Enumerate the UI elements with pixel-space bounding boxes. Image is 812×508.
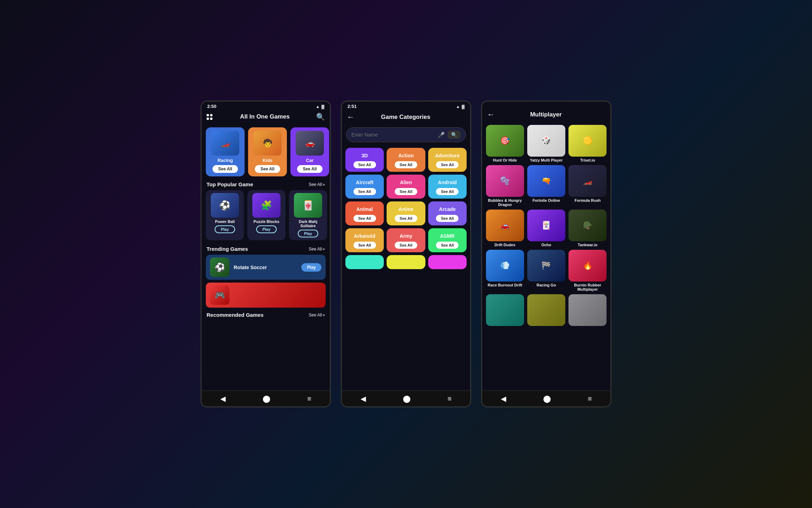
screen2-nav: ← Game Categories	[342, 110, 470, 125]
cat-partial-3[interactable]	[428, 255, 467, 269]
powerball-play-btn[interactable]: Play	[215, 225, 235, 233]
cat-asmr-see-all[interactable]: See All	[436, 242, 459, 249]
cat-android-label: Android	[438, 180, 457, 185]
trending-row: ⚽ Rotate Soccer Play 🎮	[202, 253, 330, 310]
status-bar-1: 2:50 ▲ ▓	[202, 102, 330, 110]
s1-kids-see-all[interactable]: See All	[255, 165, 280, 173]
soccer-play-btn[interactable]: Play	[301, 263, 321, 272]
popular-powerball[interactable]: ⚽ Power Ball Play	[206, 190, 244, 240]
mahjong-play-btn[interactable]: Play	[298, 230, 319, 237]
menu-icon-3[interactable]: ≡	[588, 395, 592, 403]
cat-android[interactable]: Android See All	[428, 175, 467, 199]
s3-race-burnout[interactable]: 💨 Race Burnout Drift	[486, 250, 524, 291]
cat-adventure[interactable]: Adventure See All	[428, 148, 467, 172]
popular-puzzle[interactable]: 🧩 Puzzle Blocks Play	[247, 190, 285, 240]
s1-kids-img: 🧒	[253, 131, 282, 156]
cat-aircraft-see-all[interactable]: See All	[353, 188, 376, 195]
screen1-content: 🏎️ Racing See All 🧒 Kids See All 🚗	[202, 124, 330, 391]
puzzle-play-btn[interactable]: Play	[256, 225, 277, 233]
back-icon-2[interactable]: ◀	[361, 394, 366, 403]
s3-racing-go[interactable]: 🏁 Racing Go	[527, 250, 565, 291]
tankwar-img: 🪖	[568, 210, 607, 241]
yatzy-img: 🎲	[527, 125, 565, 157]
screen2-title: Game Categories	[355, 114, 457, 121]
s3-tankwar[interactable]: 🪖 Tankwar.io	[568, 210, 607, 247]
s3-formula[interactable]: 🏎️ Formula Rush	[568, 165, 607, 207]
s3-partial-3[interactable]	[568, 294, 607, 326]
s1-car-img: 🚗	[296, 131, 324, 156]
trending-title: Trending Games	[207, 246, 248, 252]
yatzy-name: Yatzy Multi Player	[530, 158, 563, 162]
s3-burnin-rubber[interactable]: 🔥 Burnin Rubber Multiplayer	[568, 250, 607, 291]
home-icon-1[interactable]: ⬤	[263, 394, 270, 403]
home-icon-2[interactable]: ⬤	[403, 394, 411, 403]
s1-cat-kids[interactable]: 🧒 Kids See All	[248, 127, 287, 176]
popular-mahjong[interactable]: 🀄 Dark Mahj Solitaire Play	[289, 190, 327, 240]
powerball-img: ⚽	[211, 193, 239, 218]
categories-grid: 3D See All Action See All Adventure See …	[342, 145, 470, 272]
cat-adventure-see-all[interactable]: See All	[436, 161, 459, 168]
trending-see-all[interactable]: See All »	[309, 247, 325, 252]
bottom-nav-3: ◀ ⬤ ≡	[482, 391, 610, 406]
back-btn-3[interactable]: ←	[487, 110, 495, 119]
cat-arkanoid-see-all[interactable]: See All	[353, 242, 376, 249]
cat-android-see-all[interactable]: See All	[436, 188, 459, 195]
cat-asmr[interactable]: ASMR See All	[428, 228, 467, 252]
s1-car-see-all[interactable]: See All	[297, 165, 322, 173]
s3-triset[interactable]: 🟡 Triset.io	[568, 125, 607, 162]
status-bar-2: 2:51 ▲ ▓	[342, 102, 470, 110]
cat-arkanoid[interactable]: Arkanoid See All	[345, 228, 384, 252]
cat-aircraft[interactable]: Aircraft See All	[345, 175, 384, 199]
cat-arcade[interactable]: Arcade See All	[428, 201, 467, 225]
recommended-see-all[interactable]: See All »	[309, 313, 325, 318]
s3-yatzy[interactable]: 🎲 Yatzy Multi Player	[527, 125, 565, 162]
formula-img: 🏎️	[568, 165, 607, 197]
fortnite-img: 🔫	[527, 165, 565, 197]
cat-army[interactable]: Army See All	[387, 228, 425, 252]
menu-icon-1[interactable]: ≡	[307, 395, 312, 403]
cat-3d-see-all[interactable]: See All	[353, 161, 376, 168]
cat-animal-see-all[interactable]: See All	[353, 215, 376, 222]
wifi-icon: ▲	[316, 104, 320, 109]
cat-anime-see-all[interactable]: See All	[395, 215, 417, 222]
search-icon-1[interactable]: 🔍	[316, 113, 325, 121]
back-icon-3[interactable]: ◀	[501, 394, 506, 403]
home-icon-3[interactable]: ⬤	[543, 394, 551, 403]
cat-partial-2[interactable]	[387, 255, 425, 269]
s3-fortnite[interactable]: 🔫 Fortnite Online	[527, 165, 565, 207]
cat-3d[interactable]: 3D See All	[345, 148, 384, 172]
cat-animal[interactable]: Animal See All	[345, 201, 384, 225]
status-icons-2: ▲ ▓	[456, 104, 465, 109]
back-btn-2[interactable]: ←	[347, 113, 355, 122]
s3-drift[interactable]: 🚗 Drift Dudes	[486, 210, 524, 247]
puzzle-img: 🧩	[252, 193, 281, 218]
menu-icon-2[interactable]: ≡	[448, 395, 452, 403]
menu-icon[interactable]	[207, 114, 214, 120]
search-go-btn[interactable]: 🔍	[448, 131, 461, 139]
s3-partial-1[interactable]	[486, 294, 524, 326]
cat-action-see-all[interactable]: See All	[395, 161, 417, 168]
s3-ocho[interactable]: 🃏 Ocho	[527, 210, 565, 247]
trending-soccer[interactable]: ⚽ Rotate Soccer Play	[206, 255, 326, 280]
mahjong-img: 🀄	[294, 193, 322, 218]
s1-cat-car[interactable]: 🚗 Car See All	[290, 127, 329, 176]
mic-icon[interactable]: 🎤	[438, 132, 445, 138]
s1-cat-racing[interactable]: 🏎️ Racing See All	[206, 127, 245, 176]
s3-bubbles[interactable]: 🫧 Bubbles & Hungry Dragon	[486, 165, 524, 207]
cat-arcade-see-all[interactable]: See All	[436, 215, 459, 222]
s3-hunt-or-hide[interactable]: 🎯 Hunt Or Hide	[486, 125, 524, 162]
cat-army-see-all[interactable]: See All	[395, 242, 417, 249]
search-input[interactable]	[351, 132, 435, 138]
cat-alien[interactable]: Alien See All	[387, 175, 425, 199]
cat-partial-1[interactable]	[345, 255, 384, 269]
cat-alien-see-all[interactable]: See All	[395, 188, 417, 195]
battery-icon: ▓	[321, 104, 324, 109]
top-popular-see-all[interactable]: See All »	[309, 182, 325, 187]
back-icon-1[interactable]: ◀	[220, 394, 226, 403]
s1-racing-see-all[interactable]: See All	[213, 165, 238, 173]
cat-adventure-label: Adventure	[435, 153, 460, 158]
cat-action[interactable]: Action See All	[387, 148, 425, 172]
cat-anime[interactable]: Anime See All	[387, 201, 425, 225]
s3-partial-2[interactable]	[527, 294, 565, 326]
trending-partial[interactable]: 🎮	[206, 283, 326, 308]
